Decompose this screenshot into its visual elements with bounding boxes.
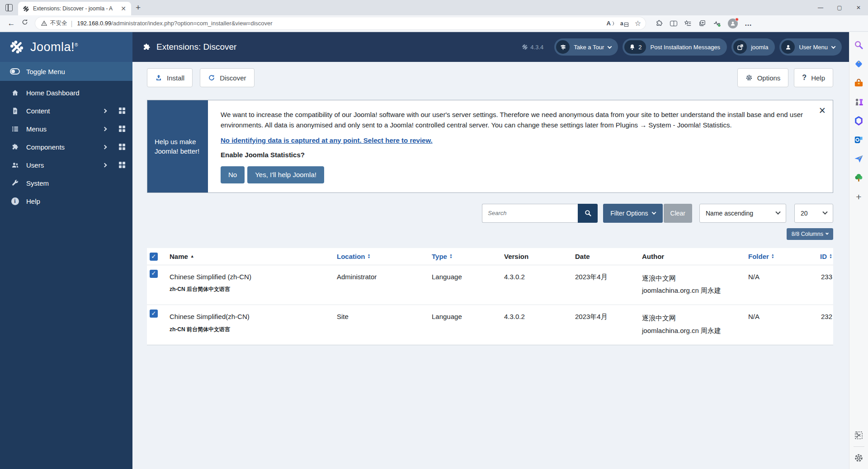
games-icon[interactable] (853, 96, 864, 108)
sidebar-item-system[interactable]: System (0, 174, 132, 192)
brand-text: Joomla!® (30, 40, 78, 54)
favorites-star-icon[interactable]: ☆ (635, 20, 641, 27)
row-checkbox[interactable]: ✓ (150, 310, 158, 318)
list-limit-select[interactable]: 20 (794, 204, 833, 223)
drop-icon[interactable] (853, 153, 864, 164)
enable-statistics-question: Enable Joomla Statistics? (221, 151, 810, 159)
screen: Extensions: Discover - joomla - A ✕ + — … (0, 0, 868, 469)
statistics-no-button[interactable]: No (221, 166, 245, 183)
workspaces-icon[interactable] (5, 4, 13, 11)
microsoft-365-icon[interactable] (853, 115, 864, 127)
cell-type: Language (432, 305, 504, 329)
install-button[interactable]: Install (147, 68, 193, 87)
translate-icon[interactable]: a (620, 20, 628, 27)
split-screen-icon[interactable] (670, 21, 677, 26)
cell-folder: N/A (748, 265, 807, 290)
sidebar-item-home-dashboard[interactable]: Home Dashboard (0, 84, 132, 102)
favorites-hub-icon[interactable] (684, 19, 692, 27)
maximize-button[interactable]: ▢ (830, 0, 849, 15)
tools-icon[interactable] (853, 77, 864, 89)
browser-tab[interactable]: Extensions: Discover - joomla - A ✕ (18, 2, 131, 15)
url-field[interactable]: 不安全 | 192.168.0.99/administrator/index.p… (35, 17, 646, 29)
sidebar-add-icon[interactable]: + (853, 191, 864, 202)
sidebar-item-help[interactable]: i Help (0, 192, 132, 210)
table-header-row: ✓ Name▲ Location▲▼ Type▲▼ Version Date A… (147, 248, 833, 265)
dashboard-grid-icon[interactable] (119, 126, 125, 132)
page-url[interactable]: 192.168.0.99/administrator/index.php?opt… (77, 20, 606, 27)
sidebar-item-toggle-menu[interactable]: Toggle Menu (0, 62, 132, 81)
refresh-icon[interactable] (18, 19, 32, 28)
take-a-tour-button[interactable]: Take a Tour (554, 38, 618, 56)
minimize-button[interactable]: — (811, 0, 830, 15)
extensions-table: ✓ Name▲ Location▲▼ Type▲▼ Version Date A… (147, 248, 833, 345)
statistics-yes-button[interactable]: Yes, I'll help Joomla! (247, 166, 324, 183)
sidebar-item-menus[interactable]: Menus (0, 120, 132, 138)
profile-avatar[interactable] (728, 19, 738, 28)
dashboard-grid-icon[interactable] (119, 144, 125, 150)
read-aloud-icon[interactable]: A (607, 20, 614, 27)
divider (854, 446, 864, 447)
search-icon (584, 209, 592, 217)
column-header-location[interactable]: Location▲▼ (337, 248, 432, 265)
discover-button[interactable]: Discover (200, 68, 254, 87)
chevron-down-icon (775, 209, 780, 214)
collections-icon[interactable] (698, 19, 706, 27)
sidebar-item-users[interactable]: Users (0, 156, 132, 174)
cell-version: 4.3.0.2 (504, 305, 575, 329)
tab-close-icon[interactable]: ✕ (119, 5, 127, 12)
column-header-author: Author (642, 248, 748, 265)
dashboard-grid-icon[interactable] (119, 108, 125, 114)
sort-select[interactable]: Name ascending (699, 204, 786, 223)
joomla-header: Extensions: Discover 4.3.4 Take a Tour (132, 32, 849, 62)
user-menu-button[interactable]: User Menu (779, 38, 842, 56)
sidebar-item-components[interactable]: Components (0, 138, 132, 156)
security-label[interactable]: 不安全 (50, 19, 67, 27)
info-icon: i (10, 197, 20, 205)
close-icon[interactable]: × (819, 105, 826, 116)
upload-icon (155, 74, 162, 81)
sidebar-item-content[interactable]: Content (0, 102, 132, 120)
joomla-admin-page: Joomla!® Toggle Menu Home Dashboard Cont… (0, 32, 849, 469)
extensions-icon[interactable] (656, 19, 663, 27)
filter-options-button[interactable]: Filter Options (603, 204, 662, 223)
post-installation-messages-button[interactable]: 2 Post Installation Messages (623, 38, 727, 56)
browser-menu-icon[interactable]: … (745, 20, 752, 27)
review-data-link[interactable]: No identifying data is captured at any p… (221, 136, 433, 144)
browser-tab-strip: Extensions: Discover - joomla - A ✕ + — … (0, 0, 868, 15)
column-header-name[interactable]: Name▲ (170, 248, 337, 265)
select-all-checkbox[interactable]: ✓ (150, 253, 158, 261)
new-tab-button[interactable]: + (136, 3, 141, 13)
sidebar-search-icon[interactable] (853, 39, 864, 51)
joomla-content: Install Discover Options ? (132, 62, 849, 469)
cell-id: 233 (807, 265, 833, 290)
column-header-id[interactable]: ID▲▼ (807, 248, 833, 265)
external-link-icon (733, 40, 747, 54)
search-button[interactable] (578, 204, 598, 223)
not-secure-warning-icon (41, 20, 47, 27)
row-checkbox[interactable]: ✓ (150, 270, 158, 278)
clear-button[interactable]: Clear (664, 204, 692, 223)
help-button[interactable]: ? Help (794, 68, 833, 87)
preview-site-button[interactable]: joomla (731, 38, 775, 56)
column-header-version: Version (504, 248, 575, 265)
options-button[interactable]: Options (737, 68, 789, 87)
bell-icon (629, 44, 636, 51)
screenshot-icon[interactable] (853, 430, 864, 441)
outlook-icon[interactable] (853, 134, 864, 145)
chevron-right-icon (103, 127, 107, 131)
close-window-button[interactable]: ✕ (849, 0, 868, 15)
column-header-type[interactable]: Type▲▼ (432, 248, 504, 265)
page-title: Extensions: Discover (142, 42, 236, 52)
columns-toggle-button[interactable]: 8/8 Columns (787, 228, 833, 240)
tree-icon[interactable] (853, 172, 864, 183)
search-input[interactable] (482, 204, 578, 223)
shopping-icon[interactable] (853, 58, 864, 70)
back-icon[interactable]: ← (5, 19, 18, 28)
dashboard-grid-icon[interactable] (119, 162, 125, 168)
settings-gear-icon[interactable] (853, 452, 864, 464)
column-header-folder[interactable]: Folder▲▼ (748, 248, 807, 265)
cell-location: Administrator (337, 265, 432, 290)
joomla-logo: Joomla!® (0, 32, 132, 62)
browser-essentials-icon[interactable] (713, 19, 721, 28)
sort-icon: ▲▼ (829, 253, 832, 259)
